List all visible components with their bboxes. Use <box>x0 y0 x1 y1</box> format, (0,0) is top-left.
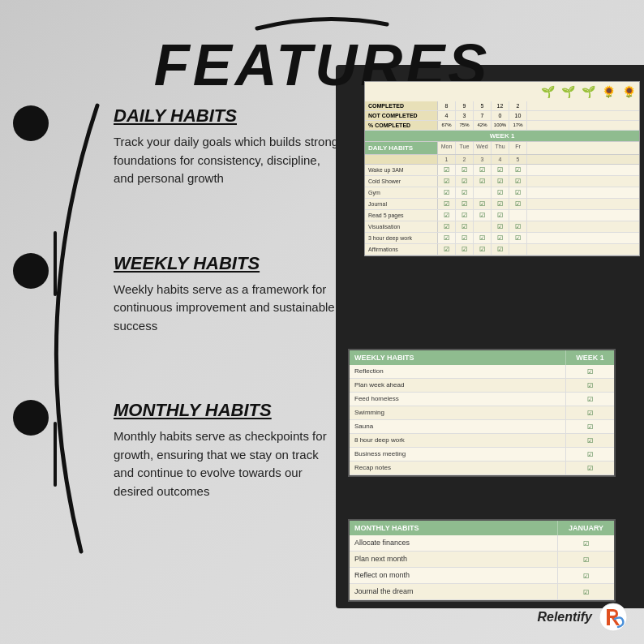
h8-d3: ☑ <box>474 244 492 255</box>
weekly-check-3: ☑ <box>565 393 614 406</box>
habit-name-8: Affirmations <box>365 244 438 255</box>
h1-d3: ☑ <box>474 165 492 175</box>
weekly-header: WEEKLY HABITS WEEK 1 <box>350 350 614 365</box>
h6-d1: ☑ <box>438 221 456 232</box>
h8-d5 <box>509 244 527 255</box>
h7-d4: ☑ <box>492 233 509 243</box>
h7-d2: ☑ <box>456 233 474 243</box>
brush-stroke-icon <box>241 8 403 32</box>
day-wed: Wed <box>474 142 492 154</box>
h1-d1: ☑ <box>438 165 456 175</box>
day-nums-row: 1 2 3 4 5 <box>365 155 639 165</box>
logo-area: Relentify <box>537 603 628 632</box>
weekly-row-2: Plan week ahead ☑ <box>350 379 614 393</box>
daily-habits-desc: Track your daily goals which builds stro… <box>114 133 341 188</box>
h4-d4: ☑ <box>492 199 509 209</box>
weekly-check-5: ☑ <box>565 420 614 433</box>
weekly-row-6: 8 hour deep work ☑ <box>350 434 614 448</box>
h2-d4: ☑ <box>492 176 509 187</box>
monthly-check-4: ☑ <box>557 584 614 599</box>
week-header: WEEK 1 <box>365 131 639 142</box>
h5-d1: ☑ <box>438 210 456 221</box>
monthly-check-1: ☑ <box>557 535 614 551</box>
not-completed-row: NOT COMPLETED 4 3 7 0 10 <box>365 111 639 121</box>
weekly-habit-2: Plan week ahead <box>350 379 565 392</box>
flower-5: 🌻 <box>622 85 636 98</box>
pct-2: 75% <box>456 121 474 130</box>
stat-2: 9 <box>456 101 474 110</box>
h4-d5: ☑ <box>509 199 527 209</box>
pct-5: 17% <box>509 121 527 130</box>
day-fri: Fr <box>509 142 527 154</box>
day-header-row: DAILY HABITS Mon Tue Wed Thu Fr <box>365 142 639 155</box>
h3-d1: ☑ <box>438 187 456 198</box>
h2-d3: ☑ <box>474 176 492 187</box>
h8-d1: ☑ <box>438 244 456 255</box>
h7-d3: ☑ <box>474 233 492 243</box>
num-1: 1 <box>438 155 456 164</box>
monthly-check-2: ☑ <box>557 552 614 567</box>
pct-1: 67% <box>438 121 456 130</box>
num-2: 2 <box>456 155 474 164</box>
day-num-label <box>365 155 438 164</box>
habit-row-7: 3 hour deep work ☑ ☑ ☑ ☑ ☑ <box>365 233 639 244</box>
num-5: 5 <box>509 155 527 164</box>
h6-d2: ☑ <box>456 221 474 232</box>
h7-d5: ☑ <box>509 233 527 243</box>
stat-3: 5 <box>474 101 492 110</box>
nc-2: 3 <box>456 111 474 120</box>
h3-d2: ☑ <box>456 187 474 198</box>
day-thu: Thu <box>492 142 509 154</box>
habit-row-1: Wake up 3AM ☑ ☑ ☑ ☑ ☑ <box>365 165 639 176</box>
weekly-habits-title: WEEKLY HABITS <box>114 253 341 274</box>
weekly-habits-section: WEEKLY HABITS Weekly habits serve as a f… <box>24 253 341 336</box>
daily-habits-sheet: 🌱 🌱 🌱 🌻 🌻 COMPLETED 8 9 5 12 2 NOT COMPL… <box>364 81 640 256</box>
h2-d5: ☑ <box>509 176 527 187</box>
weekly-header-label: WEEKLY HABITS <box>350 350 565 365</box>
weekly-row-8: Recap notes ☑ <box>350 462 614 475</box>
monthly-row-3: Reflect on month ☑ <box>350 568 614 584</box>
monthly-header: MONTHLY HABITS JANUARY <box>350 521 614 535</box>
weekly-row-7: Business meeting ☑ <box>350 448 614 462</box>
completed-label: COMPLETED <box>365 101 438 110</box>
flower-4: 🌻 <box>602 85 616 98</box>
habit-name-5: Read 5 pages <box>365 210 438 221</box>
habit-name-1: Wake up 3AM <box>365 165 438 175</box>
weekly-habit-1: Reflection <box>350 365 565 378</box>
stats-section: COMPLETED 8 9 5 12 2 NOT COMPLETED 4 3 7… <box>365 101 639 131</box>
num-3: 3 <box>474 155 492 164</box>
pct-label: % COMPLETED <box>365 121 438 130</box>
not-completed-label: NOT COMPLETED <box>365 111 438 120</box>
weekly-row-3: Feed homeless ☑ <box>350 393 614 406</box>
habit-row-8: Affirmations ☑ ☑ ☑ ☑ <box>365 244 639 255</box>
left-content: DAILY HABITS Track your daily goals whic… <box>24 105 341 517</box>
flower-1: 🌱 <box>541 85 555 98</box>
weekly-check-2: ☑ <box>565 379 614 392</box>
daily-dot <box>13 105 49 141</box>
weekly-habit-8: Recap notes <box>350 462 565 474</box>
h3-d5: ☑ <box>509 187 527 198</box>
h8-d2: ☑ <box>456 244 474 255</box>
monthly-habits-sheet: MONTHLY HABITS JANUARY Allocate finances… <box>348 519 616 602</box>
day-mon: Mon <box>438 142 456 154</box>
h6-d5: ☑ <box>509 221 527 232</box>
daily-habits-section: DAILY HABITS Track your daily goals whic… <box>24 105 341 188</box>
habit-name-3: Gym <box>365 187 438 198</box>
num-4: 4 <box>492 155 509 164</box>
monthly-habits-desc: Monthly habits serve as checkpoints for … <box>114 427 341 500</box>
h5-d2: ☑ <box>456 210 474 221</box>
weekly-habit-7: Business meeting <box>350 448 565 461</box>
habit-row-2: Cold Shower ☑ ☑ ☑ ☑ ☑ <box>365 176 639 187</box>
stat-5: 2 <box>509 101 527 110</box>
h3-d4: ☑ <box>492 187 509 198</box>
h5-d5 <box>509 210 527 221</box>
weekly-habit-3: Feed homeless <box>350 393 565 406</box>
weekly-check-1: ☑ <box>565 365 614 378</box>
h1-d2: ☑ <box>456 165 474 175</box>
weekly-check-7: ☑ <box>565 448 614 461</box>
nc-4: 0 <box>492 111 509 120</box>
pct-completed-row: % COMPLETED 67% 75% 42% 100% 17% <box>365 121 639 131</box>
h4-d2: ☑ <box>456 199 474 209</box>
monthly-row-2: Plan next month ☑ <box>350 552 614 568</box>
habit-name-4: Journal <box>365 199 438 209</box>
